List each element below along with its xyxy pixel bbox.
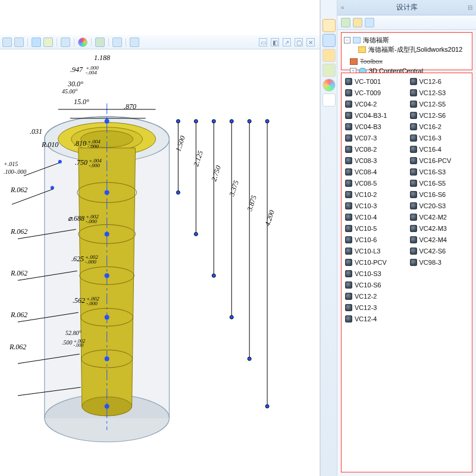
tab-custom-props-icon[interactable]	[322, 93, 336, 107]
part-icon	[345, 78, 352, 85]
list-item[interactable]: VC08-4	[345, 166, 404, 177]
list-item[interactable]: VC04-B3	[345, 121, 404, 132]
list-item[interactable]: VC42-M4	[410, 234, 469, 245]
list-item[interactable]: VC-T009	[345, 87, 404, 98]
part-icon	[410, 236, 417, 243]
new-folder-icon[interactable]	[341, 18, 350, 27]
list-item-label: VC07-3	[355, 134, 377, 142]
part-icon	[410, 157, 417, 164]
tab-view-palette-icon[interactable]	[322, 64, 336, 77]
list-item[interactable]: VC-T001	[345, 76, 404, 87]
restore-icon[interactable]: ◧	[271, 38, 279, 46]
model-canvas[interactable]: 1.188 .947 +.000-.004 30.0° 45.00° 15.0°…	[0, 50, 320, 476]
list-item-label: VC20-S3	[419, 202, 446, 209]
list-item[interactable]: VC20-S3	[410, 200, 469, 211]
dim-15deg: 15.0°	[74, 98, 89, 107]
list-item[interactable]: VC16-2	[410, 121, 469, 132]
list-item[interactable]: VC10-S6	[345, 279, 404, 290]
list-item[interactable]: VC12-S3	[410, 87, 469, 98]
list-item[interactable]: VC16-4	[410, 143, 469, 155]
svg-point-30	[105, 119, 109, 124]
list-item[interactable]: VC12-2	[345, 290, 404, 302]
tab-appearances-icon[interactable]	[322, 79, 336, 92]
list-item[interactable]: VC16-S5	[410, 177, 469, 189]
list-item[interactable]: VC16-PCV	[410, 155, 469, 166]
scene-icon[interactable]	[95, 37, 105, 47]
list-item[interactable]: VC08-3	[345, 155, 404, 166]
collapse-left-icon[interactable]: «	[341, 4, 345, 11]
part-icon	[410, 89, 417, 96]
list-item[interactable]: VC10-PCV	[345, 256, 404, 268]
list-item[interactable]: VC16-S3	[410, 166, 469, 177]
perspective-icon[interactable]	[112, 37, 122, 47]
list-item-label: VC-T009	[355, 89, 381, 96]
appearance-icon[interactable]	[78, 37, 87, 47]
tab-file-explorer-icon[interactable]	[322, 49, 336, 62]
pin-icon[interactable]: ⊟	[468, 4, 472, 11]
list-item[interactable]: VC08-5	[345, 177, 404, 189]
list-item[interactable]: VC12-6	[410, 76, 469, 87]
list-item[interactable]: VC10-2	[345, 189, 404, 200]
dim-r062b: R.062	[11, 227, 27, 236]
list-item[interactable]: VC10-S3	[345, 268, 404, 279]
list-item[interactable]: VC10-6	[345, 234, 404, 245]
list-item[interactable]: VC12-S5	[410, 98, 469, 109]
list-item[interactable]: VC07-3	[345, 132, 404, 143]
display-style-icon[interactable]	[32, 37, 41, 47]
list-item-label: VC12-2	[355, 293, 377, 300]
dim-r010: R.010	[42, 140, 58, 149]
part-icon	[410, 248, 417, 255]
list-item[interactable]: VC12-4	[345, 313, 404, 324]
list-item[interactable]: VC10-4	[345, 211, 404, 223]
view-orientation-icon[interactable]	[61, 37, 70, 47]
list-item[interactable]: VC10-3	[345, 200, 404, 211]
part-icon	[345, 248, 352, 255]
library-tree: − 海德福斯 海德福斯-成型孔Solidworks2012 Toolbox + …	[341, 32, 472, 70]
zoom-icon[interactable]	[2, 37, 12, 47]
dim-r062c: R.062	[11, 269, 27, 278]
maximize-icon[interactable]: ▢	[295, 38, 303, 46]
dim-562: .562+.002-.000	[73, 296, 99, 306]
part-icon	[410, 214, 417, 221]
list-item-label: VC16-2	[419, 123, 441, 130]
app-root: ▭ ◧ ↗ ▢ ✕	[0, 0, 476, 476]
part-icon	[345, 180, 352, 187]
part-icon	[345, 259, 352, 266]
tree-root[interactable]: − 海德福斯	[344, 35, 469, 45]
list-item[interactable]: VC08-2	[345, 143, 404, 155]
list-item[interactable]: VC42-M3	[410, 223, 469, 234]
part-icon	[410, 168, 417, 176]
list-item-label: VC16-S3	[419, 168, 446, 176]
tab-design-library-icon[interactable]	[322, 34, 336, 47]
list-item[interactable]: VC10-5	[345, 223, 404, 234]
list-item[interactable]: VC42-S6	[410, 245, 469, 256]
part-icon	[345, 202, 352, 209]
collapse-icon[interactable]: −	[344, 37, 350, 43]
shaded-icon[interactable]	[130, 37, 139, 47]
list-item-label: VC10-PCV	[355, 259, 387, 266]
refresh-icon[interactable]	[365, 18, 374, 27]
list-item[interactable]: VC12-3	[345, 302, 404, 313]
list-item[interactable]: VC98-3	[410, 256, 469, 268]
list-item[interactable]: VC04-2	[345, 98, 404, 109]
list-item[interactable]: VC10-L3	[345, 245, 404, 256]
folder-open-icon	[358, 46, 366, 53]
tile-icon[interactable]: ▭	[259, 38, 267, 46]
section-view-icon[interactable]	[43, 37, 53, 47]
add-file-icon[interactable]	[353, 18, 362, 27]
tab-home-icon[interactable]	[322, 19, 336, 32]
list-item[interactable]: VC04-B3-1	[345, 109, 404, 121]
close-icon[interactable]: ✕	[306, 38, 315, 46]
part-icon	[410, 112, 417, 119]
zoom-window-icon[interactable]	[14, 37, 24, 47]
list-item[interactable]: VC12-S6	[410, 109, 469, 121]
part-icon	[410, 180, 417, 187]
list-item[interactable]: VC42-M2	[410, 211, 469, 223]
tree-toolbox[interactable]: Toolbox	[344, 57, 469, 66]
svg-point-32	[105, 231, 109, 236]
list-item[interactable]: VC16-S6	[410, 189, 469, 200]
arrow-icon[interactable]: ↗	[283, 38, 291, 46]
list-item[interactable]: VC16-3	[410, 132, 469, 143]
dim-tol100: +.015 .100-.000	[4, 161, 26, 176]
tree-child[interactable]: 海德福斯-成型孔Solidworks2012	[344, 45, 469, 54]
